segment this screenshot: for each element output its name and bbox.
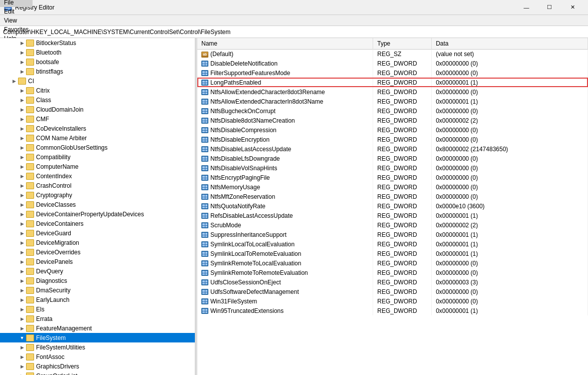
expand-arrow[interactable]: ▼ <box>18 334 26 342</box>
expand-arrow[interactable]: ▶ <box>18 58 26 66</box>
tree-item-diagnostics[interactable]: ▶Diagnostics <box>0 276 195 285</box>
table-row[interactable]: NtfsDisableCompressionREG_DWORD0x0000000… <box>197 125 588 135</box>
menu-item-file[interactable]: File <box>0 0 33 7</box>
menu-item-view[interactable]: View <box>0 16 33 25</box>
expand-arrow[interactable]: ▶ <box>18 267 26 275</box>
tree-item-earlylaunch[interactable]: ▶EarlyLaunch <box>0 295 195 304</box>
table-row[interactable]: FilterSupportedFeaturesModeREG_DWORD0x00… <box>197 68 588 78</box>
maximize-button[interactable]: ☐ <box>538 0 561 15</box>
expand-arrow[interactable]: ▶ <box>18 248 26 256</box>
col-header-name[interactable]: Name <box>197 38 373 49</box>
expand-arrow[interactable]: ▶ <box>18 315 26 323</box>
expand-arrow[interactable]: ▶ <box>18 362 26 370</box>
tree-item-devicecontainerpropertyupdatedevices[interactable]: ▶DeviceContainerPropertyUpdateDevices <box>0 209 195 219</box>
tree-item-computername[interactable]: ▶ComputerName <box>0 162 195 171</box>
col-header-type[interactable]: Type <box>373 38 432 49</box>
table-row[interactable]: RefsDisableLastAccessUpdateREG_DWORD0x00… <box>197 211 588 220</box>
tree-item-dmasecurity[interactable]: ▶DmaSecurity <box>0 285 195 295</box>
expand-arrow[interactable]: ▶ <box>18 115 26 123</box>
expand-arrow[interactable]: ▶ <box>18 286 26 294</box>
table-row[interactable]: LongPathsEnabledREG_DWORD0x00000001 (1) <box>197 78 588 87</box>
tree-item-devicepanels[interactable]: ▶DevicePanels <box>0 257 195 266</box>
table-row[interactable]: NtfsQuotaNotifyRateREG_DWORD0x0000e10 (3… <box>197 201 588 211</box>
tree-item-featuremanagement[interactable]: ▶FeatureManagement <box>0 323 195 333</box>
expand-arrow[interactable]: ▶ <box>18 163 26 171</box>
close-button[interactable]: ✕ <box>561 0 584 15</box>
expand-arrow[interactable]: ▶ <box>18 353 26 361</box>
table-row[interactable]: SymlinkLocalToLocalEvaluationREG_DWORD0x… <box>197 239 588 249</box>
tree-item-codeviceinstallers[interactable]: ▶CoDeviceInstallers <box>0 124 195 133</box>
expand-arrow[interactable]: ▶ <box>18 87 26 95</box>
expand-arrow[interactable]: ▶ <box>18 153 26 161</box>
tree-item-commonglobusersettings[interactable]: ▶CommonGlobUserSettings <box>0 143 195 152</box>
expand-arrow[interactable]: ▶ <box>18 96 26 104</box>
expand-arrow[interactable]: ▶ <box>18 201 26 209</box>
table-row[interactable]: DisableDeleteNotificationREG_DWORD0x0000… <box>197 59 588 68</box>
tree-item-devquery[interactable]: ▶DevQuery <box>0 266 195 276</box>
expand-arrow[interactable]: ▶ <box>18 39 26 47</box>
expand-arrow[interactable]: ▶ <box>18 182 26 190</box>
expand-arrow[interactable]: ▶ <box>18 106 26 114</box>
expand-arrow[interactable]: ▶ <box>18 324 26 332</box>
table-row[interactable]: NtfsDisable8dot3NameCreationREG_DWORD0x0… <box>197 116 588 125</box>
tree-item-grouporderlist[interactable]: ▶GroupOrderList <box>0 371 195 375</box>
tree-item-cryptography[interactable]: ▶Cryptography <box>0 190 195 200</box>
table-row[interactable]: SuppressInheritanceSupportREG_DWORD0x000… <box>197 230 588 239</box>
table-row[interactable]: SymlinkRemoteToLocalEvaluationREG_DWORD0… <box>197 258 588 268</box>
expand-arrow[interactable]: ▶ <box>18 296 26 304</box>
table-row[interactable]: NtfsAllowExtendedCharacter8dot3RenameREG… <box>197 87 588 97</box>
table-row[interactable]: Win31FileSystemREG_DWORD0x00000000 (0) <box>197 296 588 306</box>
tree-item-graphicsdrivers[interactable]: ▶GraphicsDrivers <box>0 361 195 371</box>
tree-item-bitlockerstatus[interactable]: ▶BitlockerStatus <box>0 38 195 48</box>
table-row[interactable]: NtfsMftZoneReservationREG_DWORD0x0000000… <box>197 192 588 201</box>
tree-item-deviceoverrides[interactable]: ▶DeviceOverrides <box>0 247 195 257</box>
tree-item-btinstflags[interactable]: ▶btinstflags <box>0 67 195 76</box>
table-row[interactable]: NtfsBugcheckOnCorruptREG_DWORD0x00000000… <box>197 106 588 116</box>
expand-arrow[interactable]: ▶ <box>18 220 26 228</box>
tree-item-bootsafe[interactable]: ▶bootsafe <box>0 57 195 67</box>
table-row[interactable]: ab(Default)REG_SZ(value not set) <box>197 49 588 59</box>
tree-item-ci[interactable]: ▶CI <box>0 76 195 86</box>
table-row[interactable]: NtfsDisableVolSnapHintsREG_DWORD0x000000… <box>197 163 588 173</box>
expand-arrow[interactable]: ▶ <box>18 239 26 247</box>
expand-arrow[interactable]: ▶ <box>18 343 26 351</box>
expand-arrow[interactable]: ▶ <box>18 372 26 376</box>
table-row[interactable]: SymlinkRemoteToRemoteEvaluationREG_DWORD… <box>197 268 588 277</box>
expand-arrow[interactable]: ▶ <box>18 277 26 285</box>
expand-arrow[interactable]: ▶ <box>18 258 26 266</box>
expand-arrow[interactable]: ▶ <box>18 305 26 313</box>
tree-item-errata[interactable]: ▶Errata <box>0 314 195 323</box>
tree-item-devicemigration[interactable]: ▶DeviceMigration <box>0 238 195 247</box>
tree-item-clouddomainjoin[interactable]: ▶CloudDomainJoin <box>0 105 195 114</box>
table-row[interactable]: NtfsDisableLfsDowngradeREG_DWORD0x000000… <box>197 154 588 163</box>
tree-item-citrix[interactable]: ▶Citrix <box>0 86 195 95</box>
table-row[interactable]: NtfsMemoryUsageREG_DWORD0x00000000 (0) <box>197 182 588 192</box>
tree-item-cmf[interactable]: ▶CMF <box>0 114 195 124</box>
table-row[interactable]: UdfsCloseSessionOnEjectREG_DWORD0x000000… <box>197 277 588 287</box>
table-row[interactable]: Win95TruncatedExtensionsREG_DWORD0x00000… <box>197 306 588 315</box>
table-row[interactable]: NtfsEncryptPagingFileREG_DWORD0x00000000… <box>197 173 588 182</box>
tree-item-crashcontrol[interactable]: ▶CrashControl <box>0 181 195 190</box>
menu-item-edit[interactable]: Edit <box>0 7 33 16</box>
table-row[interactable]: ScrubModeREG_DWORD0x00000002 (2) <box>197 220 588 230</box>
expand-arrow[interactable]: ▶ <box>18 49 26 57</box>
tree-item-devicecontainers[interactable]: ▶DeviceContainers <box>0 219 195 228</box>
tree-item-fontassoc[interactable]: ▶FontAssoc <box>0 352 195 361</box>
table-row[interactable]: NtfsAllowExtendedCharacterIn8dot3NameREG… <box>197 97 588 106</box>
tree-item-class[interactable]: ▶Class <box>0 95 195 105</box>
expand-arrow[interactable]: ▶ <box>18 125 26 133</box>
table-header-row[interactable]: NameTypeData <box>197 38 588 49</box>
tree-panel[interactable]: ▶BitlockerStatus▶Bluetooth▶bootsafe▶btin… <box>0 38 195 375</box>
expand-arrow[interactable]: ▶ <box>18 68 26 76</box>
table-row[interactable]: SymlinkLocalToRemoteEvaluationREG_DWORD0… <box>197 249 588 258</box>
tree-item-deviceguard[interactable]: ▶DeviceGuard <box>0 228 195 238</box>
col-header-data[interactable]: Data <box>432 38 588 49</box>
tree-item-filesystemutilities[interactable]: ▶FileSystemUtilities <box>0 342 195 352</box>
table-row[interactable]: NtfsDisableEncryptionREG_DWORD0x00000000… <box>197 135 588 144</box>
tree-item-com-name-arbiter[interactable]: ▶COM Name Arbiter <box>0 133 195 143</box>
expand-arrow[interactable]: ▶ <box>18 172 26 180</box>
tree-item-bluetooth[interactable]: ▶Bluetooth <box>0 48 195 57</box>
expand-arrow[interactable]: ▶ <box>18 191 26 199</box>
expand-arrow[interactable]: ▶ <box>10 77 18 85</box>
table-row[interactable]: UdfsSoftwareDefectManagementREG_DWORD0x0… <box>197 287 588 296</box>
